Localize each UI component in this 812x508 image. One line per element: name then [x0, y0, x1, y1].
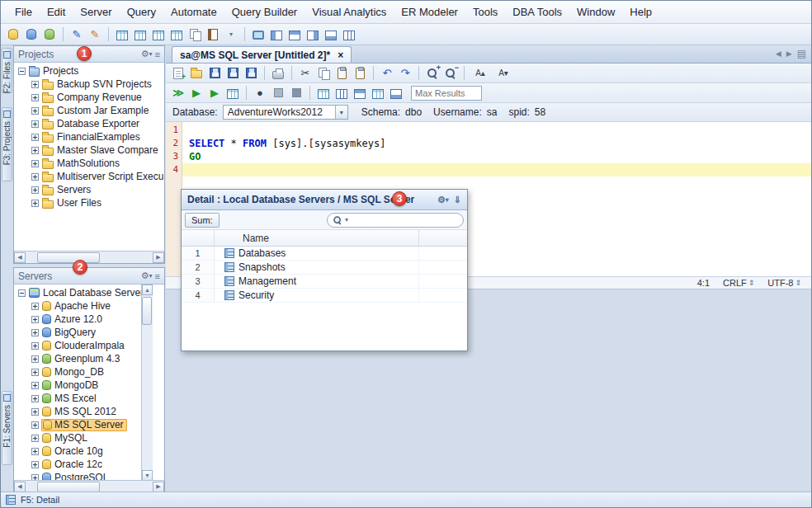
server-bigquery[interactable]: BigQuery	[14, 326, 153, 339]
new-file-icon[interactable]: +	[170, 65, 186, 82]
cut-icon[interactable]: ✂	[297, 65, 314, 82]
servers-panel-menu-icon[interactable]: ≡	[155, 271, 160, 281]
table-data-search-icon[interactable]	[132, 26, 149, 43]
project-custom-jar-example[interactable]: Custom Jar Example	[14, 104, 164, 117]
expand-icon[interactable]	[31, 303, 39, 310]
detail-window-titlebar[interactable]: Detail : Local Database Servers / MS SQL…	[182, 190, 467, 210]
expand-icon[interactable]	[31, 421, 39, 429]
side-tab-files[interactable]: F2: Files	[2, 48, 12, 93]
database-select[interactable]: AdventureWorks2012 ▾	[223, 105, 348, 120]
server-properties-icon[interactable]	[23, 26, 40, 43]
expand-icon[interactable]	[31, 120, 39, 128]
layout-split-icon[interactable]	[341, 26, 357, 43]
copy-icon[interactable]	[315, 65, 332, 82]
zoom-in-icon[interactable]: +	[424, 65, 441, 82]
save-icon[interactable]	[206, 65, 223, 82]
expand-icon[interactable]	[31, 448, 39, 455]
detail-row-databases[interactable]: 1 Databases	[182, 247, 467, 261]
bottom-bar-label[interactable]: F5: Detail	[21, 495, 59, 505]
zoom-out-icon[interactable]: −	[442, 65, 459, 82]
open-query-analyzer-icon[interactable]: ✎	[87, 26, 103, 43]
expand-icon[interactable]	[31, 186, 39, 194]
new-query-analyzer-icon[interactable]: ✎	[68, 26, 85, 43]
register-server-icon[interactable]	[5, 26, 21, 43]
expand-icon[interactable]	[31, 395, 39, 402]
projects-panel-menu-icon[interactable]: ≡	[155, 49, 160, 59]
expand-icon[interactable]	[31, 342, 39, 350]
query-builder-icon[interactable]	[114, 26, 130, 43]
servers-gear-icon[interactable]: ⚙▾	[141, 270, 153, 281]
paste-icon[interactable]	[333, 65, 350, 82]
collapse-expander-icon[interactable]	[18, 68, 26, 75]
expand-icon[interactable]	[31, 200, 39, 207]
menu-tools[interactable]: Tools	[465, 2, 505, 21]
schema-compare-icon[interactable]	[186, 26, 203, 43]
server-azure-12-0[interactable]: Azure 12.0	[14, 313, 153, 326]
stop-icon[interactable]: ●	[252, 85, 268, 101]
expand-icon[interactable]	[31, 147, 39, 154]
server-mongodb[interactable]: MongoDB	[14, 379, 153, 392]
menu-server[interactable]: Server	[73, 2, 119, 21]
project-multiserver-script[interactable]: Multiserver Script Execu	[14, 170, 164, 183]
project-root[interactable]: Projects	[14, 64, 164, 78]
server-ms-sql-2012[interactable]: MS SQL 2012	[14, 405, 153, 418]
menu-dba-tools[interactable]: DBA Tools	[505, 2, 569, 21]
menu-window[interactable]: Window	[569, 2, 622, 21]
font-increase-icon[interactable]: A▴	[470, 65, 491, 82]
undo-icon[interactable]: ↶	[379, 65, 395, 82]
open-file-icon[interactable]	[188, 65, 205, 82]
line-ending-selector[interactable]: CRLF⇕	[723, 278, 754, 288]
project-mathsolutions[interactable]: MathSolutions	[14, 157, 164, 170]
result-text-icon[interactable]	[352, 85, 368, 101]
font-decrease-icon[interactable]: A▾	[493, 65, 514, 82]
server-oracle-10g[interactable]: Oracle 10g	[14, 444, 153, 458]
encoding-selector[interactable]: UTF-8⇕	[767, 278, 801, 288]
menu-automate[interactable]: Automate	[163, 2, 224, 21]
scroll-thumb[interactable]	[142, 297, 152, 325]
layout-bottom-icon[interactable]	[323, 26, 339, 43]
project-user-files[interactable]: User Files	[14, 196, 164, 209]
server-root[interactable]: Local Database Servers	[14, 286, 153, 299]
name-column-header[interactable]: Name	[215, 230, 419, 246]
scroll-right-icon[interactable]: ▶	[153, 252, 164, 263]
expand-icon[interactable]	[31, 107, 39, 115]
notebook-icon[interactable]	[205, 26, 221, 43]
collapse-expander-icon[interactable]	[18, 289, 26, 297]
project-servers[interactable]: Servers	[14, 183, 164, 196]
export-tool-icon[interactable]	[168, 26, 185, 43]
menu-edit[interactable]: Edit	[40, 2, 73, 21]
scroll-up-icon[interactable]: ▲	[142, 285, 153, 295]
menu-er-modeler[interactable]: ER Modeler	[394, 2, 465, 21]
expand-icon[interactable]	[31, 369, 39, 376]
expand-icon[interactable]	[31, 382, 39, 389]
search-dropdown-icon[interactable]: ▾	[345, 216, 348, 223]
save-all-icon[interactable]	[243, 65, 259, 82]
layout-right-icon[interactable]	[304, 26, 321, 43]
scroll-thumb[interactable]	[37, 482, 100, 492]
result-history-icon[interactable]	[388, 85, 404, 101]
result-pivot-icon[interactable]	[370, 85, 386, 101]
document-tab[interactable]: sa@MS SQL Server [Untitled 2]* ×	[172, 46, 352, 63]
print-icon[interactable]	[270, 65, 286, 82]
server-clouderaimpala[interactable]: ClouderaImpala	[14, 339, 153, 352]
projects-gear-icon[interactable]: ⚙▾	[141, 49, 153, 59]
scroll-left-icon[interactable]: ◀	[14, 252, 26, 263]
detail-search-box[interactable]: ▾	[327, 213, 464, 228]
project-database-exporter[interactable]: Database Exporter	[14, 117, 164, 130]
chevron-down-icon[interactable]: ▾	[335, 106, 347, 119]
server-oracle-12c[interactable]: Oracle 12c	[14, 458, 153, 471]
prev-tab-icon[interactable]: ◀	[776, 49, 781, 58]
result-split-icon[interactable]	[333, 85, 350, 101]
project-master-slave-compare[interactable]: Master Slave Compare	[14, 143, 164, 157]
next-tab-icon[interactable]: ▶	[786, 49, 792, 58]
server-connections-icon[interactable]	[41, 26, 58, 43]
detail-row-security[interactable]: 4 Security	[182, 289, 467, 303]
save-as-icon[interactable]	[224, 65, 241, 82]
server-mysql[interactable]: MySQL	[14, 431, 153, 444]
menu-file[interactable]: File	[7, 2, 40, 21]
menu-help[interactable]: Help	[622, 2, 659, 21]
expand-icon[interactable]	[31, 94, 39, 101]
detail-row-snapshots[interactable]: 2 Snapshots	[182, 261, 467, 275]
expand-icon[interactable]	[31, 329, 39, 336]
result-grid-icon[interactable]	[315, 85, 332, 101]
